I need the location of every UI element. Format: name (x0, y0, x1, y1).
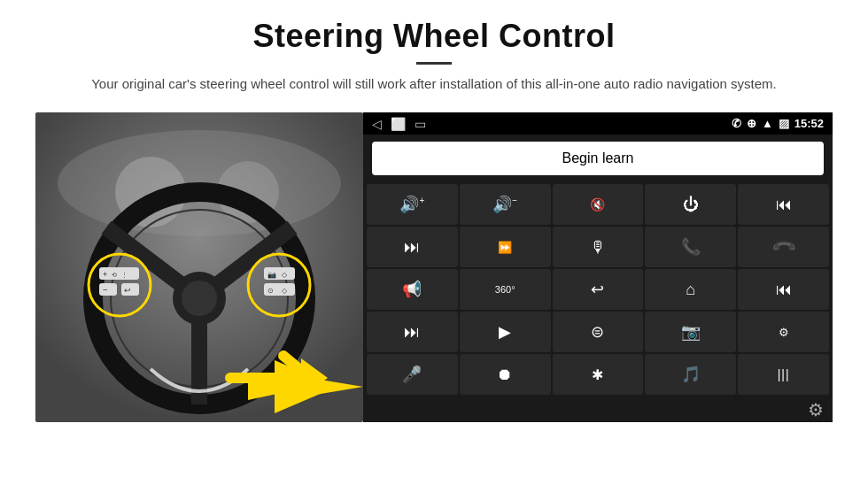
svg-text:⊙: ⊙ (267, 287, 274, 295)
next-button[interactable]: ⏭ (367, 227, 458, 267)
nav-icon: ▶ (499, 322, 511, 342)
bluetooth-icon: ✱ (592, 366, 603, 383)
rewind-button[interactable]: ⏮ (738, 269, 829, 310)
hangup-icon: 📞 (770, 234, 797, 261)
page-container: Steering Wheel Control Your original car… (0, 0, 868, 485)
ff-button[interactable]: ⏩ (460, 227, 551, 267)
circle-button[interactable]: ⏺ (460, 354, 551, 395)
ff-icon: ⏩ (498, 241, 512, 254)
call-icon: 📞 (681, 237, 701, 257)
mic-button[interactable]: 🎙 (553, 227, 644, 267)
clock: 15:52 (794, 117, 824, 130)
eq-icon: ⚙ (779, 326, 789, 339)
title-section: Steering Wheel Control Your original car… (91, 18, 777, 95)
svg-text:◇: ◇ (282, 287, 288, 295)
speaker-icon: 📢 (402, 280, 422, 299)
back-icon: ↩ (591, 280, 604, 299)
camera-button[interactable]: 📷 (645, 312, 736, 352)
home-nav-icon[interactable]: ⬜ (391, 117, 406, 131)
svg-text:⋮: ⋮ (121, 272, 128, 278)
svg-text:−: − (103, 285, 108, 295)
camera-icon: 📷 (681, 322, 701, 342)
steering-wheel-image: + ⟲ ⋮ − ↩ 📷 ◇ ⊙ ◇ (35, 112, 363, 422)
location-icon: ⊕ (747, 117, 756, 130)
eq-button[interactable]: ⚙ (738, 312, 829, 352)
wifi-icon: ▲ (762, 117, 773, 130)
prev-track-icon: ⏮ (776, 196, 792, 214)
skip-fwd-icon: ⏭ (404, 323, 420, 342)
back-nav-icon[interactable]: ◁ (372, 117, 382, 131)
skip-fwd-button[interactable]: ⏭ (367, 312, 458, 352)
svg-text:+: + (103, 270, 107, 279)
vol-up-icon: 🔊+ (399, 195, 424, 214)
nav-button[interactable]: ▶ (460, 312, 551, 352)
hangup-button[interactable]: 📞 (738, 227, 829, 267)
recent-nav-icon[interactable]: ▭ (415, 117, 426, 131)
status-right: ✆ ⊕ ▲ ▨ 15:52 (732, 117, 824, 130)
android-screen: ◁ ⬜ ▭ ✆ ⊕ ▲ ▨ 15:52 Begin learn (363, 112, 833, 422)
svg-text:📷: 📷 (267, 270, 276, 279)
phone-icon: ✆ (732, 117, 741, 130)
svg-text:◇: ◇ (282, 271, 288, 279)
nav-icons: ◁ ⬜ ▭ (372, 117, 426, 131)
svg-point-10 (182, 281, 217, 316)
source-icon: ⊜ (591, 322, 604, 342)
battery-icon: ▨ (779, 117, 789, 130)
vol-down-icon: 🔊− (492, 195, 517, 214)
home-icon: ⌂ (686, 281, 695, 299)
music-button[interactable]: 🎵 (645, 354, 736, 395)
svg-rect-13 (99, 283, 117, 296)
back-button[interactable]: ↩ (553, 269, 644, 310)
360-button[interactable]: 360° (460, 269, 551, 310)
call-button[interactable]: 📞 (645, 227, 736, 267)
circle-icon: ⏺ (497, 366, 513, 384)
rewind-icon: ⏮ (776, 281, 792, 299)
power-icon: ⏻ (683, 196, 699, 214)
page-title: Steering Wheel Control (91, 18, 777, 55)
speaker-button[interactable]: 📢 (367, 269, 458, 310)
next-icon: ⏭ (404, 238, 420, 257)
source-button[interactable]: ⊜ (553, 312, 644, 352)
spectrum-button[interactable]: ||| (738, 354, 829, 395)
controls-grid: 🔊+ 🔊− 🔇 ⏻ ⏮ ⏭ ⏩ (363, 182, 833, 396)
bottom-bar: ⚙ (363, 396, 833, 422)
begin-learn-button[interactable]: Begin learn (372, 142, 824, 175)
prev-track-button[interactable]: ⏮ (738, 184, 829, 225)
music-icon: 🎵 (681, 365, 701, 384)
mic2-icon: 🎤 (402, 365, 422, 384)
mic2-button[interactable]: 🎤 (367, 354, 458, 395)
subtitle: Your original car's steering wheel contr… (91, 73, 777, 95)
360-icon: 360° (495, 284, 515, 295)
title-divider (416, 62, 452, 65)
mic-icon: 🎙 (590, 238, 606, 257)
svg-text:⟲: ⟲ (112, 272, 117, 278)
vol-down-button[interactable]: 🔊− (460, 184, 551, 225)
power-button[interactable]: ⏻ (645, 184, 736, 225)
settings-gear-icon[interactable]: ⚙ (808, 399, 824, 420)
svg-text:↩: ↩ (124, 286, 131, 295)
vol-up-button[interactable]: 🔊+ (367, 184, 458, 225)
content-area: + ⟲ ⋮ − ↩ 📷 ◇ ⊙ ◇ (35, 112, 833, 422)
mute-button[interactable]: 🔇 (553, 184, 644, 225)
bluetooth-button[interactable]: ✱ (553, 354, 644, 395)
home-button[interactable]: ⌂ (645, 269, 736, 310)
begin-learn-row: Begin learn (363, 135, 833, 182)
status-bar: ◁ ⬜ ▭ ✆ ⊕ ▲ ▨ 15:52 (363, 112, 833, 135)
spectrum-icon: ||| (778, 367, 790, 381)
mute-icon: 🔇 (590, 197, 605, 212)
